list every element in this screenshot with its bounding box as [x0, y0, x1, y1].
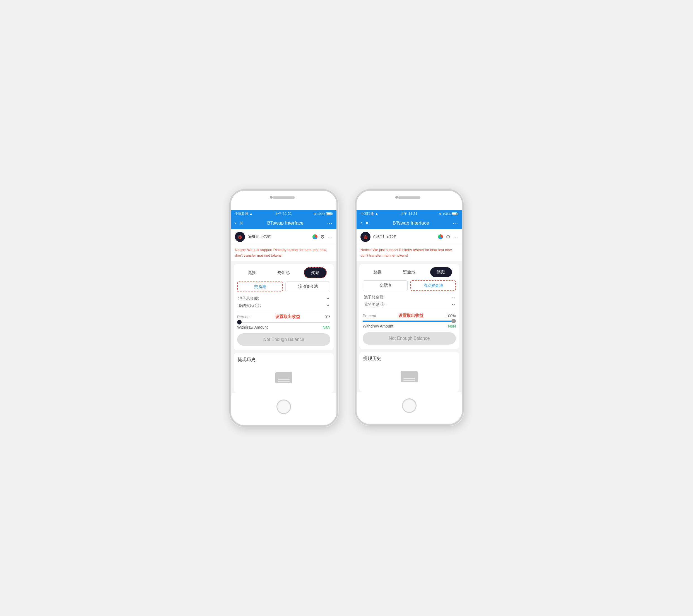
battery-body-left [326, 212, 332, 215]
empty-box-left [275, 372, 292, 383]
slider-thumb-right[interactable] [451, 319, 456, 323]
phone-comparison: 中国联通 ▲ 上午 11:21 ⊕ 100% ‹ ✕ BTswap [229, 189, 464, 427]
address-text-left: 0x5f1f...e72E [248, 235, 310, 239]
not-enough-balance-btn-right[interactable]: Not Enough Balance [363, 332, 456, 344]
empty-line-2-left [278, 381, 290, 382]
nav-left-right[interactable]: ‹ ✕ [360, 220, 369, 226]
nav-title-right: BTswap Interface [393, 220, 429, 226]
history-title-left: 提现历史 [238, 357, 330, 363]
more-button-right[interactable]: ··· [453, 220, 458, 226]
slider-left[interactable] [237, 322, 330, 323]
phone-top-right [357, 191, 462, 210]
color-dot-left [313, 234, 317, 239]
tabs-container-right: 兑换 资金池 奖励 交易池 流动资金池 池子总金额: -- 我的奖励 ⓘ : -… [359, 264, 459, 349]
tabs-container-left: 兑换 资金池 奖励 交易池 流动资金池 池子总金额: -- 我的奖励 ⓘ : -… [234, 264, 334, 350]
sub-tabs-left[interactable]: 交易池 流动资金池 [237, 281, 330, 292]
tab-reward-left[interactable]: 奖励 [304, 267, 327, 278]
status-right-left: ⊕ 100% [314, 212, 333, 216]
slider-thumb-left[interactable] [237, 320, 242, 324]
percent-annotation-right: 设置取出收益 [398, 313, 423, 318]
pool-total-row-left: 池子总金额: -- [237, 296, 330, 301]
battery-body-right [452, 212, 457, 215]
more-button-left[interactable]: ··· [327, 220, 333, 226]
empty-line-1-left [278, 379, 290, 380]
notice-text-right: Notice: We just support Rinkeby testnet … [360, 247, 458, 258]
history-title-right: 提现历史 [363, 356, 455, 361]
slider-track-left [237, 322, 330, 323]
phone-bottom-right [357, 395, 462, 416]
main-tabs-right[interactable]: 兑换 资金池 奖励 [363, 267, 456, 277]
status-left-right: 中国联通 ▲ [360, 212, 378, 216]
percent-row-right: Percent 设置取出收益 100% [363, 313, 456, 318]
gear-icon-right[interactable]: ⚙ [446, 234, 450, 240]
more-icon-left[interactable]: ⋯ [328, 234, 333, 240]
percent-label-left: Percent [237, 315, 251, 319]
close-button-left[interactable]: ✕ [239, 220, 243, 226]
notice-text-left: Notice: We just support Rinkeby testnet … [235, 247, 333, 258]
back-button-left[interactable]: ‹ [235, 220, 237, 226]
battery-icon-right [452, 212, 458, 215]
pool-total-label-right: 池子总金额: [364, 295, 384, 300]
address-text-right: 0x5f1f...e72E [373, 235, 435, 239]
more-icon-right[interactable]: ⋯ [453, 234, 458, 240]
tab-exchange-left[interactable]: 兑换 [241, 268, 263, 278]
btc-icon-symbol-left: 🐞 [237, 234, 243, 240]
sub-tabs-right[interactable]: 交易池 流动资金池 [363, 280, 456, 291]
screen-content-right: 🐞 0x5f1f...e72E ⚙ ⋯ Notice: We just supp… [357, 229, 462, 392]
pool-total-row-right: 池子总金额: -- [363, 295, 456, 300]
my-reward-value-left: -- [327, 303, 329, 308]
main-tabs-left[interactable]: 兑换 资金池 奖励 [237, 267, 330, 278]
slider-right[interactable] [363, 321, 456, 322]
nav-bar-left: ‹ ✕ BTswap Interface ··· [231, 217, 336, 229]
sub-tab-trade-right[interactable]: 交易池 [363, 280, 408, 291]
nav-title-left: BTswap Interface [267, 220, 303, 226]
sub-tab-liquidity-right[interactable]: 流动资金池 [410, 280, 456, 291]
phone-right: 中国联通 ▲ 上午 11:21 ⊕ 100% ‹ ✕ BTswap [355, 189, 464, 426]
notice-bar-left: Notice: We just support Rinkeby testnet … [231, 245, 336, 261]
sub-tab-trade-left[interactable]: 交易池 [237, 281, 283, 292]
my-reward-value-right: -- [452, 302, 455, 307]
percent-value-right: 100% [446, 314, 456, 318]
sub-tab-liquidity-left[interactable]: 流动资金池 [285, 281, 330, 292]
carrier-right: 中国联通 [360, 212, 374, 216]
slider-fill-right [363, 321, 453, 322]
gear-icon-left[interactable]: ⚙ [320, 234, 325, 240]
color-dot-right [438, 234, 443, 239]
percent-label-right: Percent [363, 314, 376, 318]
nav-bar-right: ‹ ✕ BTswap Interface ··· [357, 217, 462, 229]
tab-reward-right[interactable]: 奖励 [430, 267, 452, 277]
empty-line-2-right [403, 380, 415, 381]
address-bar-right: 🐞 0x5f1f...e72E ⚙ ⋯ [357, 229, 462, 245]
tab-pool-left[interactable]: 资金池 [270, 268, 296, 278]
time-left: 上午 11:21 [275, 211, 292, 216]
home-button-right[interactable] [402, 398, 417, 413]
btc-logo-left: 🐞 [235, 232, 245, 242]
home-button-left[interactable] [276, 399, 291, 414]
close-button-right[interactable]: ✕ [365, 220, 369, 226]
history-section-right: 提现历史 [359, 352, 459, 392]
status-bar-left: 中国联通 ▲ 上午 11:21 ⊕ 100% [231, 210, 336, 217]
btc-logo-right: 🐞 [360, 232, 371, 242]
tab-exchange-right[interactable]: 兑换 [367, 267, 388, 277]
battery-percent-right: 100% [443, 212, 451, 215]
my-reward-row-right: 我的奖励 ⓘ : -- [363, 302, 456, 307]
nav-left-left[interactable]: ‹ ✕ [235, 220, 243, 226]
tab-pool-right[interactable]: 资金池 [396, 267, 422, 277]
notice-bar-right: Notice: We just support Rinkeby testnet … [357, 245, 462, 261]
percent-annotation-left: 设置取出收益 [275, 314, 300, 319]
nav-right-right[interactable]: ··· [453, 220, 458, 226]
wifi-icon-right: ▲ [375, 212, 378, 216]
withdraw-value-right: NaN [448, 324, 456, 329]
location-icon-left: ⊕ [314, 212, 316, 216]
nav-right-left[interactable]: ··· [327, 220, 333, 226]
not-enough-balance-btn-left[interactable]: Not Enough Balance [237, 333, 330, 346]
speaker-left [273, 196, 295, 199]
my-reward-label-right: 我的奖励 ⓘ : [364, 302, 387, 307]
camera-left [270, 196, 273, 199]
history-section-left: 提现历史 [234, 353, 334, 393]
back-button-right[interactable]: ‹ [360, 220, 362, 226]
pool-total-label-left: 池子总金额: [238, 296, 259, 301]
address-bar-left: 🐞 0x5f1f...e72E ⚙ ⋯ [231, 229, 336, 245]
wifi-icon-left: ▲ [250, 212, 253, 216]
phone-bottom-left [231, 396, 336, 417]
